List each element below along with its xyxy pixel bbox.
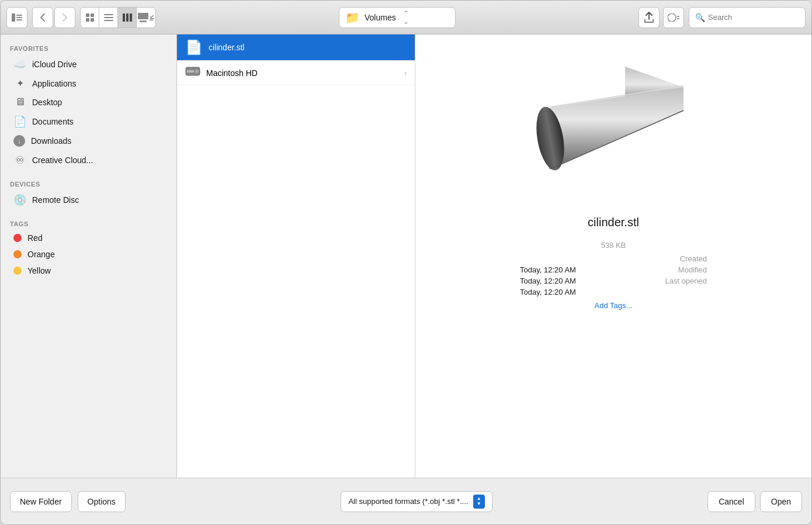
tags-section-label: Tags xyxy=(1,216,176,230)
file-size: 538 KB xyxy=(520,241,707,250)
sidebar-item-downloads[interactable]: ↓ Downloads xyxy=(4,132,173,150)
cancel-button[interactable]: Cancel xyxy=(707,491,755,512)
search-input[interactable] xyxy=(708,13,799,22)
format-label: All supported formats (*.obj *.stl *.... xyxy=(348,497,468,506)
new-folder-button[interactable]: New Folder xyxy=(10,491,72,512)
svg-rect-6 xyxy=(86,18,89,22)
svg-rect-12 xyxy=(126,13,129,22)
svg-rect-3 xyxy=(16,19,22,20)
svg-rect-4 xyxy=(86,13,89,17)
open-button[interactable]: Open xyxy=(760,491,802,512)
sidebar-item-label: Red xyxy=(27,233,43,243)
format-dropdown-container: All supported formats (*.obj *.stl *....… xyxy=(131,491,702,512)
sidebar-item-yellow[interactable]: Yellow xyxy=(4,262,173,279)
search-icon: 🔍 xyxy=(695,13,705,22)
nav-buttons xyxy=(32,7,75,28)
svg-rect-20 xyxy=(668,13,676,22)
location-button[interactable]: 📁 Volumes ⌃⌄ xyxy=(339,7,456,28)
sidebar-item-label: Yellow xyxy=(27,266,51,275)
favorites-section-label: Favorites xyxy=(1,40,176,54)
column-view-button[interactable] xyxy=(118,8,137,27)
svg-rect-21 xyxy=(677,16,679,17)
file-item-cilinder[interactable]: 📄 cilinder.stl xyxy=(177,34,415,61)
file-list-pane: 📄 cilinder.stl Macintosh HD › xyxy=(177,34,415,478)
created-label: Created xyxy=(616,254,707,263)
last-opened-value: Today, 12:20 AM xyxy=(520,288,610,296)
documents-icon: 📄 xyxy=(13,115,26,128)
format-dropdown[interactable]: All supported formats (*.obj *.stl *....… xyxy=(341,491,492,512)
finder-window: 📁 Volumes ⌃⌄ 🔍 xyxy=(0,0,812,525)
sidebar-item-label: Creative Cloud... xyxy=(32,156,93,165)
svg-rect-18 xyxy=(150,18,154,19)
location-name: Volumes xyxy=(365,13,396,22)
preview-metadata: 538 KB Created Today, 12:20 AM Modified … xyxy=(520,241,707,310)
sidebar-item-applications[interactable]: ✦ Applications xyxy=(4,74,173,92)
sidebar-item-orange[interactable]: Orange xyxy=(4,246,173,262)
sidebar-item-label: Orange xyxy=(27,250,55,259)
hd-icon xyxy=(185,65,200,80)
svg-rect-22 xyxy=(677,18,679,19)
created-value: Today, 12:20 AM xyxy=(520,265,610,274)
file-item-macintosh-hd[interactable]: Macintosh HD › xyxy=(177,61,415,85)
devices-section-label: Devices xyxy=(1,176,176,190)
bottom-actions: Cancel Open xyxy=(707,491,802,512)
svg-rect-11 xyxy=(123,13,125,22)
svg-rect-0 xyxy=(12,13,15,22)
modified-value: Today, 12:20 AM xyxy=(520,277,610,285)
add-tags-link[interactable]: Add Tags... xyxy=(520,301,707,310)
view-controls xyxy=(80,7,156,28)
location-bar: 📁 Volumes ⌃⌄ xyxy=(161,7,634,28)
preview-3d-view xyxy=(502,46,724,210)
location-chevron-icon: ⌃⌄ xyxy=(403,9,409,26)
modified-label: Modified xyxy=(616,265,707,274)
forward-button[interactable] xyxy=(54,7,75,28)
remote-disc-icon: 💿 xyxy=(13,194,26,206)
chevron-right-icon: › xyxy=(404,69,407,77)
sidebar-item-creative-cloud[interactable]: ♾ Creative Cloud... xyxy=(4,150,173,170)
svg-rect-13 xyxy=(130,13,132,22)
tag-button[interactable] xyxy=(663,7,684,28)
icloud-icon: ☁️ xyxy=(13,58,26,71)
sidebar-item-label: Desktop xyxy=(32,98,62,107)
sidebar-item-documents[interactable]: 📄 Documents xyxy=(4,112,173,132)
svg-rect-25 xyxy=(187,70,194,72)
folder-icon: 📁 xyxy=(345,11,360,25)
sidebar-item-label: Downloads xyxy=(31,136,71,146)
sidebar-item-label: Remote Disc xyxy=(32,195,79,205)
svg-rect-5 xyxy=(91,13,94,17)
last-opened-label: Last opened xyxy=(616,277,707,285)
sidebar-item-remote-disc[interactable]: 💿 Remote Disc xyxy=(4,190,173,210)
sidebar-toggle-button[interactable] xyxy=(6,7,27,28)
creative-cloud-icon: ♾ xyxy=(13,154,26,167)
sidebar-item-icloud-drive[interactable]: ☁️ iCloud Drive xyxy=(4,54,173,74)
file-name: Macintosh HD xyxy=(206,68,398,78)
svg-point-24 xyxy=(195,70,199,73)
share-button[interactable] xyxy=(639,7,660,28)
sidebar-item-red[interactable]: Red xyxy=(4,230,173,246)
gallery-view-button[interactable] xyxy=(137,8,155,27)
file-name: cilinder.stl xyxy=(209,43,407,52)
applications-icon: ✦ xyxy=(13,78,26,89)
red-tag-dot xyxy=(13,234,22,242)
toolbar: 📁 Volumes ⌃⌄ 🔍 xyxy=(1,1,811,34)
downloads-icon: ↓ xyxy=(13,135,25,147)
sidebar-item-label: iCloud Drive xyxy=(32,60,77,69)
svg-rect-10 xyxy=(104,20,113,21)
svg-rect-2 xyxy=(16,17,22,18)
sidebar-item-desktop[interactable]: 🖥 Desktop xyxy=(4,92,173,112)
svg-rect-15 xyxy=(140,20,142,22)
stepper-icon: ▲ ▼ xyxy=(473,495,485,509)
search-box[interactable]: 🔍 xyxy=(689,7,806,28)
icon-view-button[interactable] xyxy=(81,8,99,27)
back-button[interactable] xyxy=(32,7,53,28)
list-view-button[interactable] xyxy=(99,8,118,27)
svg-rect-16 xyxy=(142,20,144,22)
options-button[interactable]: Options xyxy=(78,491,126,512)
svg-rect-9 xyxy=(104,17,113,18)
cylinder-preview xyxy=(514,52,713,204)
sidebar-item-label: Documents xyxy=(32,117,74,126)
yellow-tag-dot xyxy=(13,267,22,275)
preview-filename: cilinder.stl xyxy=(588,216,639,229)
sidebar: Favorites ☁️ iCloud Drive ✦ Applications… xyxy=(1,34,177,478)
preview-pane: cilinder.stl 538 KB Created Today, 12:20… xyxy=(415,34,811,478)
